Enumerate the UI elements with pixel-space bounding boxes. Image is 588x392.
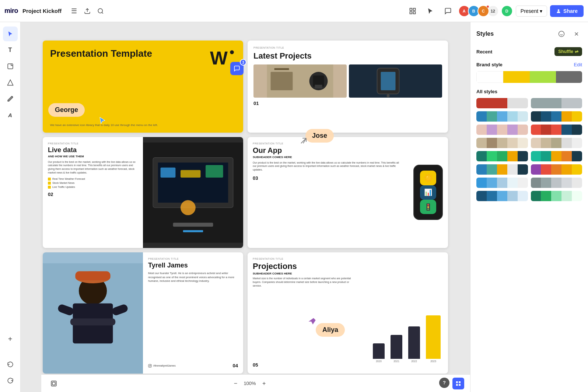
style-palette-5[interactable] [476, 125, 528, 135]
svg-point-11 [230, 50, 234, 55]
style-palette-13[interactable] [476, 178, 528, 188]
present-button[interactable]: Present ▾ [516, 6, 547, 17]
slide5-image [43, 252, 143, 374]
panel-title: Styles [476, 31, 494, 37]
bar-2020 [373, 343, 385, 359]
canvas-area[interactable]: Presentation Template W We have an exten… [21, 22, 470, 392]
slide2-title: Latest Projects [253, 51, 442, 61]
slide2-image-2 [349, 64, 442, 98]
slide1-footer: We have an extensive icon library that i… [50, 123, 158, 127]
undo-tool[interactable] [3, 357, 18, 371]
svg-rect-47 [459, 384, 461, 386]
styles-panel: Styles ✕ Recent Shuffle ⇌ Brand style Ed… [470, 22, 588, 392]
style-palette-15[interactable] [476, 191, 528, 201]
slide5-label: PRESENTATION TITLE [148, 258, 238, 260]
zoom-in-button[interactable]: + [259, 378, 269, 389]
bar-2022 [408, 326, 420, 359]
svg-point-28 [181, 200, 196, 215]
panel-close-button[interactable]: ✕ [570, 28, 582, 40]
board-overview-button[interactable] [47, 377, 60, 390]
search-button[interactable] [94, 4, 107, 18]
svg-rect-46 [456, 384, 458, 386]
slide4-body: Our product is the best on the market, w… [253, 161, 403, 172]
style-palette-1[interactable] [476, 98, 528, 108]
slide6-body: Market size is the number of individuals… [253, 277, 357, 287]
upload-button[interactable] [81, 4, 94, 18]
slide4-title: Our App [253, 146, 403, 155]
zoom-value: 100% [244, 381, 256, 386]
slide-2[interactable]: PRESENTATION TITLE Latest Projects [248, 41, 448, 133]
svg-rect-20 [381, 72, 396, 90]
shapes-tool[interactable] [3, 75, 18, 90]
style-palette-14[interactable] [531, 178, 582, 188]
style-palette-3[interactable] [476, 111, 528, 122]
bottom-bar: − 100% + ? [41, 374, 470, 392]
svg-rect-27 [206, 165, 223, 178]
recent-section-header: Recent Shuffle ⇌ [476, 47, 582, 56]
style-palette-7[interactable] [476, 138, 528, 148]
svg-rect-17 [315, 85, 322, 88]
cursor-mode-button[interactable] [423, 4, 438, 18]
svg-point-21 [387, 94, 390, 97]
svg-rect-44 [456, 381, 458, 383]
pen-tool[interactable] [3, 91, 18, 106]
svg-rect-29 [173, 223, 213, 227]
chat-bubble[interactable]: 3 [230, 62, 244, 75]
menu-button[interactable]: ☰ [67, 4, 81, 18]
style-palette-11[interactable] [476, 164, 528, 175]
redo-tool[interactable] [3, 373, 18, 388]
slide5-title: Tyrell James [148, 262, 238, 269]
style-palette-16[interactable] [531, 191, 582, 201]
style-palette-10[interactable] [531, 151, 582, 161]
svg-rect-43 [52, 382, 55, 385]
brand-swatch-1 [476, 71, 503, 83]
panel-emoji-button[interactable] [556, 28, 567, 40]
slide3-subtitle: AND HOW WE USE THEM [48, 155, 138, 158]
marker-tool[interactable]: A [3, 108, 18, 122]
slide5-social: #therealtyrellJames [148, 364, 176, 368]
shuffle-button[interactable]: Shuffle ⇌ [554, 47, 582, 56]
slide1-title: Presentation Template [50, 48, 152, 59]
slide2-num: 01 [253, 101, 442, 106]
slide5-content: PRESENTATION TITLE Tyrell James Meet our… [143, 252, 243, 374]
select-tool[interactable] [3, 27, 18, 41]
comment-mode-button[interactable] [441, 4, 455, 18]
brand-palette[interactable] [476, 71, 582, 83]
svg-point-40 [149, 365, 150, 366]
recent-label: Recent [476, 49, 492, 55]
style-palette-8[interactable] [531, 138, 582, 148]
style-palette-12[interactable] [531, 164, 582, 175]
slide6-subtitle: SUBHEADER COMES HERE [253, 272, 443, 275]
slide-4[interactable]: PRESENTATION TITLE Our App SUBHEADER COM… [248, 137, 448, 248]
slide3-image [143, 137, 243, 248]
share-button[interactable]: Share [550, 5, 584, 17]
slide6-num: 05 [253, 362, 258, 368]
svg-text:W: W [210, 48, 228, 68]
text-tool[interactable]: T [3, 43, 18, 57]
svg-point-48 [559, 31, 564, 37]
app-icon-traffic: 🚦 [420, 200, 436, 214]
style-palette-9[interactable] [476, 151, 528, 161]
sticky-note-tool[interactable] [3, 59, 18, 74]
grid-apps-button[interactable] [405, 4, 420, 18]
bar-label-2021: 2021 [393, 360, 399, 363]
style-palette-4[interactable] [531, 111, 582, 122]
header-right: A B C 12 D Present ▾ Share [405, 4, 584, 18]
help-button[interactable]: ? [439, 378, 449, 388]
slide-6[interactable]: PRESENTATION TITLE Projections SUBHEADER… [248, 252, 448, 374]
slide3-num: 02 [48, 192, 138, 197]
add-tool[interactable]: + [3, 332, 18, 346]
style-palette-6[interactable] [531, 125, 582, 135]
collaborate-button[interactable] [452, 378, 464, 389]
edit-brand-button[interactable]: Edit [574, 62, 582, 67]
slide-3[interactable]: PRESENTATION TITLE Live data AND HOW WE … [43, 137, 243, 248]
style-palette-2[interactable] [531, 98, 582, 108]
slide3-content: PRESENTATION TITLE Live data AND HOW WE … [43, 137, 143, 248]
slide-5[interactable]: PRESENTATION TITLE Tyrell James Meet our… [43, 252, 243, 374]
slide-1[interactable]: Presentation Template W We have an exten… [43, 41, 243, 133]
avatar-main: D [501, 5, 513, 17]
bar-chart: 2020 2021 2022 2023 [373, 315, 441, 363]
slide4-num: 03 [253, 175, 403, 181]
zoom-out-button[interactable]: − [230, 378, 241, 389]
miro-logo: miro [4, 7, 18, 15]
